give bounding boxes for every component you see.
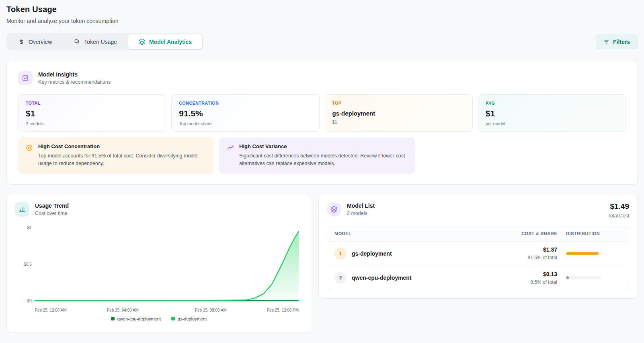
stat-total: TOTAL $1 2 models — [18, 94, 166, 132]
svg-text:Feb 25, 04:00 AM: Feb 25, 04:00 AM — [107, 308, 139, 312]
distribution-bar — [566, 252, 601, 255]
stat-concentration: CONCENTRATION 91.5% Top model share — [171, 94, 319, 132]
tabs-row: $ Overview Token Usage Model Analytics F… — [6, 33, 638, 50]
stat-sub: Top model share — [179, 121, 312, 126]
chart-legend: qwen-cpu-deployment gs-deployment — [15, 316, 303, 321]
layers-icon — [139, 38, 146, 45]
token-usage-page: Token Usage Monitor and analyze your tok… — [0, 0, 644, 338]
bar-chart-icon — [15, 202, 29, 217]
stat-avg: AVG $1 per model — [478, 94, 626, 132]
stat-sub: per model — [486, 121, 618, 126]
bottom-row: Usage Trend Cost over time $0$0.5$1Feb 2… — [6, 194, 638, 333]
alert-high-cost-concentration: High Cost Concentration Top model accoun… — [18, 137, 214, 174]
column-distribution: DISTRIBUTION — [557, 231, 621, 236]
model-list-card: Model List 2 models $1.49 Total Cost MOD… — [318, 194, 638, 299]
dollar-icon: $ — [18, 38, 25, 45]
total-cost-value: $1.49 — [608, 202, 629, 211]
model-list-header: Model List 2 models $1.49 Total Cost — [327, 202, 629, 219]
coins-icon — [74, 38, 80, 45]
tab-label: Token Usage — [84, 39, 117, 45]
column-model: MODEL — [334, 231, 481, 236]
stat-label: CONCENTRATION — [179, 101, 312, 105]
usage-trend-header: Usage Trend Cost over time — [15, 202, 303, 217]
alert-title: High Cost Variance — [239, 143, 408, 149]
layers-icon — [327, 202, 341, 217]
insight-stats: TOTAL $1 2 models CONCENTRATION 91.5% To… — [18, 94, 626, 132]
model-name: gs-deployment — [352, 250, 392, 257]
model-cost: $1.37 — [481, 246, 557, 253]
column-cost-share: COST & SHARE — [481, 231, 557, 236]
stat-label: AVG — [486, 101, 618, 105]
model-share: 91.5% of total — [481, 255, 557, 260]
alert-text: Significant cost differences between mod… — [239, 152, 408, 168]
model-name: qwen-cpu-deployment — [352, 275, 412, 281]
tab-token-usage[interactable]: Token Usage — [63, 34, 127, 49]
stat-value: gs-deployment — [332, 110, 465, 117]
table-row: 2 qwen-cpu-deployment $0.13 8.5% of tota… — [327, 266, 629, 290]
tab-bar: $ Overview Token Usage Model Analytics — [6, 33, 203, 50]
target-circle-icon — [25, 144, 33, 152]
distribution-bar-fill — [566, 252, 599, 255]
rank-badge: 2 — [334, 272, 347, 284]
trending-up-icon — [226, 144, 234, 152]
usage-trend-card: Usage Trend Cost over time $0$0.5$1Feb 2… — [6, 194, 311, 333]
tab-model-analytics[interactable]: Model Analytics — [128, 34, 202, 49]
filters-button[interactable]: Filters — [596, 35, 638, 49]
check-square-icon — [18, 71, 33, 85]
table-header: MODEL COST & SHARE DISTRIBUTION — [327, 226, 629, 242]
svg-text:$0.5: $0.5 — [24, 262, 32, 267]
svg-text:Feb 25, 12:00 PM: Feb 25, 12:00 PM — [267, 308, 299, 312]
legend-item: gs-deployment — [171, 316, 207, 321]
alert-text: Top model accounts for 91.5% of total co… — [38, 152, 207, 168]
usage-trend-subtitle: Cost over time — [35, 211, 69, 216]
legend-swatch — [171, 317, 175, 320]
stat-label: TOP — [332, 101, 465, 105]
model-table: MODEL COST & SHARE DISTRIBUTION 1 gs-dep… — [327, 226, 629, 290]
tab-label: Overview — [29, 39, 52, 45]
insights-header: Model Insights Key metrics & recommendat… — [18, 71, 626, 85]
model-list-subtitle: 2 models — [347, 211, 375, 216]
stat-sub: 2 models — [26, 121, 158, 126]
filter-icon — [603, 39, 609, 45]
legend-swatch — [111, 317, 115, 320]
total-cost-label: Total Cost — [608, 213, 629, 219]
insight-alerts: High Cost Concentration Top model accoun… — [18, 137, 626, 174]
stat-value: 91.5% — [179, 109, 312, 118]
svg-text:$1: $1 — [27, 225, 32, 230]
alert-high-cost-variance: High Cost Variance Significant cost diff… — [219, 137, 415, 174]
svg-text:Feb 25, 12:00 AM: Feb 25, 12:00 AM — [35, 308, 67, 312]
usage-trend-title: Usage Trend — [35, 202, 69, 209]
svg-text:Feb 25, 08:00 AM: Feb 25, 08:00 AM — [195, 308, 227, 312]
total-cost: $1.49 Total Cost — [608, 202, 629, 219]
page-subtitle: Monitor and analyze your token consumpti… — [6, 18, 638, 24]
tab-label: Model Analytics — [149, 39, 192, 45]
model-share: 8.5% of total — [481, 279, 557, 285]
tab-overview[interactable]: $ Overview — [8, 34, 62, 49]
alert-title: High Cost Concentration — [38, 143, 207, 149]
insights-subtitle: Key metrics & recommendations — [38, 79, 111, 85]
stat-value: $1 — [26, 109, 158, 118]
usage-trend-chart: $0$0.5$1Feb 25, 12:00 AMFeb 25, 04:00 AM… — [15, 222, 303, 316]
distribution-bar — [566, 276, 601, 279]
legend-item: qwen-cpu-deployment — [111, 316, 161, 321]
filters-label: Filters — [613, 39, 630, 45]
model-insights-card: Model Insights Key metrics & recommendat… — [6, 60, 638, 185]
stat-value: $1 — [486, 109, 618, 118]
model-cost: $0.13 — [481, 271, 557, 277]
stat-sub: $1 — [332, 120, 465, 124]
svg-text:$0: $0 — [27, 299, 32, 303]
legend-label: gs-deployment — [178, 316, 207, 321]
rank-badge: 1 — [334, 248, 347, 260]
distribution-bar-fill — [566, 276, 569, 279]
model-list-title: Model List — [347, 202, 375, 209]
stat-top-model: TOP gs-deployment $1 — [325, 94, 473, 132]
table-row: 1 gs-deployment $1.37 91.5% of total — [327, 242, 629, 266]
stat-label: TOTAL — [26, 101, 158, 105]
legend-label: qwen-cpu-deployment — [117, 316, 161, 321]
insights-title: Model Insights — [38, 71, 111, 78]
page-title: Token Usage — [6, 5, 638, 14]
